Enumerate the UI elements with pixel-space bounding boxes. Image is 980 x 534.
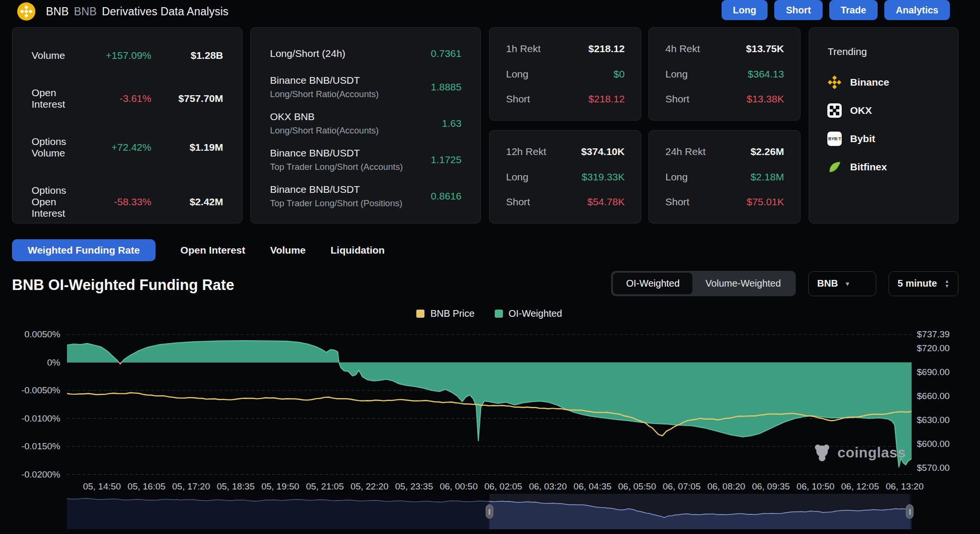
tab-volume[interactable]: Volume [270,245,305,256]
time-axis-tick: 05, 17:20 [172,481,210,492]
legend-label: BNB Price [430,308,474,319]
stat-label: Options Open Interest [32,185,91,219]
rekt-long-value: $0 [613,68,624,80]
price-axis-tick: $720.00 [917,343,950,354]
trending-item-binance[interactable]: Binance [827,75,940,90]
price-axis-tick: $570.00 [917,463,950,473]
rekt-period: 4h Rekt [665,43,746,55]
rekt-long-label: Long [665,68,747,80]
price-axis-tick: $630.00 [917,415,950,425]
stat-value: $757.70M [151,93,223,104]
funding-rate-chart[interactable] [67,328,912,482]
ratio-row: Long/Short (24h) 0.7361 [270,44,461,63]
rekt-short-value: $54.78K [587,196,624,208]
time-axis-tick: 05, 16:05 [128,481,166,492]
ratio-row: Binance BNB/USDT Long/Short Ratio(Accoun… [270,75,461,100]
ratio-value: 1.8885 [431,81,461,93]
stat-change: +157.09% [91,50,151,61]
time-axis-tick: 06, 02:05 [484,481,522,492]
time-axis-tick: 06, 00:50 [440,481,478,492]
binance-logo-icon [827,75,842,89]
rekt-period: 24h Rekt [665,146,750,157]
time-axis-tick: 05, 23:35 [395,481,433,492]
rekt-total: $374.10K [581,146,624,157]
funding-axis-tick: -0.0150% [22,441,60,452]
stat-change: -3.61% [91,93,151,104]
bitfinex-logo-icon [827,160,842,174]
rekt-short-label: Short [506,196,587,208]
tab-liquidation[interactable]: Liquidation [331,245,385,256]
ratio-title: Binance BNB/USDT [270,75,431,86]
rekt-short-label: Short [506,93,588,105]
stat-change: -58.33% [91,196,151,208]
page-title-symbol: BNB [46,5,69,18]
analytics-button[interactable]: Analytics [884,0,950,20]
funding-area-positive [67,344,119,363]
rekt-long-value: $364.13 [748,68,784,80]
stat-row-volume: Volume +157.09% $1.28B [32,50,223,61]
interval-select-value: 5 minute [898,278,937,289]
symbol-select[interactable]: BNB ▾ [808,271,876,296]
trending-item-bitfinex[interactable]: Bitfinex [827,159,940,175]
stat-value: $2.42M [151,196,223,208]
time-axis-tick: 06, 03:20 [529,481,567,492]
tab-open-interest[interactable]: Open Interest [180,245,245,256]
rekt-total: $2.26M [750,146,784,157]
time-axis-tick: 05, 22:20 [351,481,389,492]
tab-weighted-funding-rate[interactable]: Weighted Funding Rate [12,239,156,261]
price-axis-tick: $690.00 [917,367,950,378]
time-axis-tick: 06, 12:05 [841,481,879,492]
rekt-card-24h: 24h Rekt$2.26M Long$2.18M Short$75.01K [648,130,801,223]
bnb-coin-icon [17,2,35,21]
time-axis-tick: 06, 07:05 [663,481,701,492]
trending-card: Trending Binance [809,27,958,223]
funding-rate-axis: 0.0050%0%-0.0050%-0.0100%-0.0150%-0.0200… [0,328,63,482]
rekt-long-label: Long [506,171,581,183]
trending-item-okx[interactable]: OKX [827,103,940,118]
time-axis-tick: 05, 14:50 [83,481,121,492]
navigator-right-handle[interactable]: ∥ [906,504,913,519]
chart-title: BNB OI-Weighted Funding Rate [12,277,234,294]
short-button[interactable]: Short [774,0,822,20]
stat-row-open-interest: Open Interest -3.61% $757.70M [32,87,223,110]
funding-axis-tick: -0.0200% [22,469,60,480]
time-axis-tick: 06, 04:35 [574,481,612,492]
time-axis-tick: 06, 13:20 [886,481,924,492]
ratio-row: Binance BNB/USDT Top Trader Long/Short (… [270,184,461,209]
navigator-selection[interactable] [490,494,910,529]
ratio-subtitle: Long/Short Ratio(Accounts) [270,89,431,100]
trade-button[interactable]: Trade [829,0,878,20]
legend-item-bnb-price[interactable]: BNB Price [416,308,474,319]
legend-label: OI-Weighted [509,308,562,319]
trending-item-bybit[interactable]: BYBIT Bybit [827,131,940,146]
okx-logo-icon [827,103,842,118]
funding-axis-tick: 0% [47,357,60,368]
navigator-left-handle[interactable]: ∥ [486,504,493,519]
time-axis-tick: 06, 08:20 [707,481,745,492]
ratio-title: Binance BNB/USDT [270,184,431,195]
long-short-ratios-card: Long/Short (24h) 0.7361 Binance BNB/USDT… [250,27,481,223]
ratio-title: OKX BNB [270,111,442,122]
chevron-down-icon: ▾ [846,280,849,287]
time-axis-tick: 05, 19:50 [261,481,299,492]
rekt-short-value: $75.01K [746,196,784,208]
funding-axis-tick: -0.0050% [22,385,60,396]
symbol-select-value: BNB [817,278,838,289]
stat-label: Open Interest [32,87,91,110]
rekt-short-label: Short [665,93,746,105]
toggle-volume-weighted[interactable]: Volume-Weighted [692,273,794,294]
ratio-value: 1.1725 [431,154,461,166]
time-axis-tick: 06, 09:35 [752,481,790,492]
trending-item-label: Binance [850,77,889,88]
stat-value: $1.28B [151,50,223,61]
time-axis-tick: 06, 05:50 [618,481,656,492]
stat-row-options-open-interest: Options Open Interest -58.33% $2.42M [32,185,223,219]
funding-axis-tick: -0.0100% [22,413,60,424]
rekt-short-value: $218.12 [589,93,625,105]
rekt-short-value: $13.38K [746,93,784,105]
rekt-period: 12h Rekt [506,146,581,157]
long-button[interactable]: Long [722,0,768,20]
interval-select[interactable]: 5 minute ▲▼ [889,271,958,296]
legend-item-oi-weighted[interactable]: OI-Weighted [495,308,562,319]
toggle-oi-weighted[interactable]: OI-Weighted [613,273,692,294]
